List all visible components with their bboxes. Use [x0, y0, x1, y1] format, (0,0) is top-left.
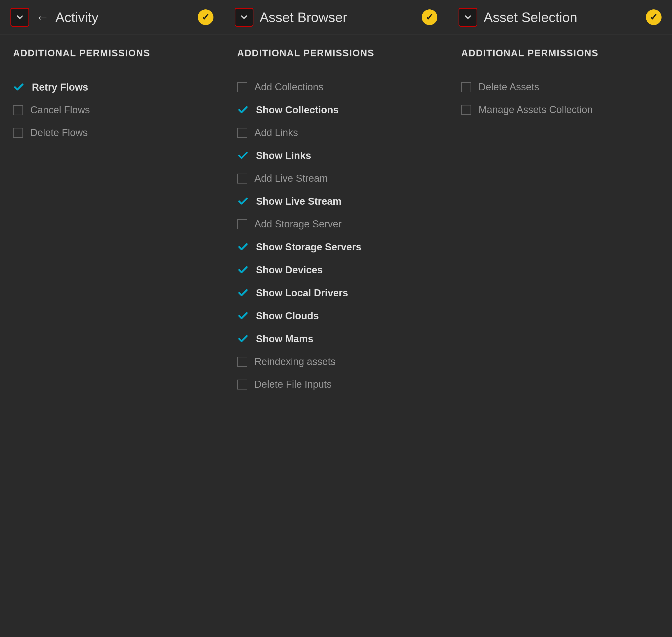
panel-header-activity: ←Activity✓ — [0, 0, 224, 35]
checkbox-unchecked-icon[interactable] — [237, 174, 247, 184]
checkmark-icon[interactable] — [237, 264, 249, 276]
panel-title: Asset Browser — [260, 10, 347, 25]
permission-label: Cancel Flows — [30, 105, 90, 116]
checkbox-unchecked-icon[interactable] — [237, 219, 247, 229]
panel-body-asset-selection: ADDITIONAL PERMISSIONSDelete AssetsManag… — [448, 35, 672, 637]
checkbox-unchecked-icon[interactable] — [237, 380, 247, 389]
checkbox-unchecked-icon[interactable] — [13, 128, 23, 138]
permission-label: Add Collections — [254, 81, 323, 93]
permission-label: Show Local Drivers — [256, 288, 348, 299]
permission-item[interactable]: Show Mams — [237, 327, 435, 350]
permission-item[interactable]: Retry Flows — [13, 76, 211, 99]
permission-label: Add Live Stream — [254, 173, 328, 184]
checkbox-unchecked-icon[interactable] — [13, 105, 23, 115]
permission-item[interactable]: Add Links — [237, 122, 435, 144]
panel-asset-selection: Asset Selection✓ADDITIONAL PERMISSIONSDe… — [448, 0, 672, 637]
checkmark-icon[interactable] — [237, 196, 249, 207]
checkmark-icon[interactable] — [237, 150, 249, 161]
permission-label: Retry Flows — [32, 82, 88, 93]
header-right-group: Asset Selection✓ — [484, 10, 661, 25]
panel-body-activity: ADDITIONAL PERMISSIONSRetry FlowsCancel … — [0, 35, 224, 637]
permission-item[interactable]: Show Storage Servers — [237, 236, 435, 258]
permission-label: Show Storage Servers — [256, 241, 361, 253]
checkmark-icon[interactable] — [13, 81, 24, 93]
checkmark-icon[interactable] — [237, 104, 249, 116]
checkmark-icon[interactable] — [237, 310, 249, 322]
permission-item[interactable]: Show Collections — [237, 98, 435, 122]
checkbox-unchecked-icon[interactable] — [237, 128, 247, 138]
arrow-indicator-icon: ← — [36, 11, 49, 24]
header-right-group: ←Activity✓ — [36, 10, 213, 25]
section-divider — [237, 65, 435, 65]
permission-label: Show Collections — [256, 105, 339, 116]
permission-item[interactable]: Show Clouds — [237, 304, 435, 327]
chevron-down-icon — [239, 13, 249, 22]
permission-item[interactable]: Show Devices — [237, 258, 435, 281]
permission-item[interactable]: Add Live Stream — [237, 167, 435, 190]
status-check-icon: ✓ — [646, 10, 661, 25]
permission-label: Add Links — [254, 127, 298, 138]
checkmark-icon[interactable] — [237, 241, 249, 253]
permission-item[interactable]: Add Collections — [237, 76, 435, 98]
chevron-dropdown-button[interactable] — [459, 8, 477, 26]
status-check-icon: ✓ — [198, 10, 213, 25]
section-divider — [13, 65, 211, 65]
panel-activity: ←Activity✓ADDITIONAL PERMISSIONSRetry Fl… — [0, 0, 224, 637]
checkmark-icon[interactable] — [237, 333, 249, 345]
permission-label: Delete Assets — [478, 81, 539, 93]
chevron-dropdown-button[interactable] — [11, 8, 29, 26]
checkbox-unchecked-icon[interactable] — [237, 82, 247, 92]
permission-label: Show Live Stream — [256, 196, 341, 207]
panel-header-asset-selection: Asset Selection✓ — [448, 0, 672, 35]
permission-label: Manage Assets Collection — [478, 104, 593, 115]
permission-label: Show Links — [256, 150, 311, 161]
chevron-down-icon — [15, 13, 24, 22]
permission-item[interactable]: Add Storage Server — [237, 213, 435, 236]
permission-item[interactable]: Show Local Drivers — [237, 281, 435, 304]
checkmark-icon[interactable] — [237, 287, 249, 299]
permission-item[interactable]: Show Live Stream — [237, 190, 435, 213]
chevron-dropdown-button[interactable] — [235, 8, 253, 26]
checkbox-unchecked-icon[interactable] — [237, 357, 247, 367]
permission-item[interactable]: Cancel Flows — [13, 99, 211, 122]
permission-item[interactable]: Delete File Inputs — [237, 373, 435, 396]
section-divider — [461, 65, 659, 65]
chevron-down-icon — [463, 13, 473, 22]
checkbox-unchecked-icon[interactable] — [461, 82, 471, 92]
status-check-icon: ✓ — [422, 10, 437, 25]
section-title: ADDITIONAL PERMISSIONS — [461, 48, 659, 59]
section-title: ADDITIONAL PERMISSIONS — [237, 48, 435, 59]
permission-label: Show Devices — [256, 265, 323, 276]
permission-item[interactable]: Delete Assets — [461, 76, 659, 98]
section-title: ADDITIONAL PERMISSIONS — [13, 48, 211, 59]
permission-item[interactable]: Reindexing assets — [237, 350, 435, 373]
panel-title: Activity — [55, 10, 99, 25]
permission-label: Show Mams — [256, 333, 314, 345]
permission-label: Delete File Inputs — [254, 379, 332, 390]
panel-header-asset-browser: Asset Browser✓ — [224, 0, 448, 35]
permission-label: Show Clouds — [256, 310, 319, 322]
panel-body-asset-browser: ADDITIONAL PERMISSIONSAdd CollectionsSho… — [224, 35, 448, 637]
panel-title: Asset Selection — [484, 10, 577, 25]
panel-asset-browser: Asset Browser✓ADDITIONAL PERMISSIONSAdd … — [224, 0, 448, 637]
permission-label: Delete Flows — [30, 127, 88, 138]
permission-item[interactable]: Show Links — [237, 144, 435, 167]
permission-item[interactable]: Delete Flows — [13, 122, 211, 144]
permission-label: Add Storage Server — [254, 219, 342, 230]
permission-item[interactable]: Manage Assets Collection — [461, 98, 659, 121]
header-right-group: Asset Browser✓ — [260, 10, 438, 25]
checkbox-unchecked-icon[interactable] — [461, 105, 471, 115]
permission-label: Reindexing assets — [254, 356, 336, 367]
